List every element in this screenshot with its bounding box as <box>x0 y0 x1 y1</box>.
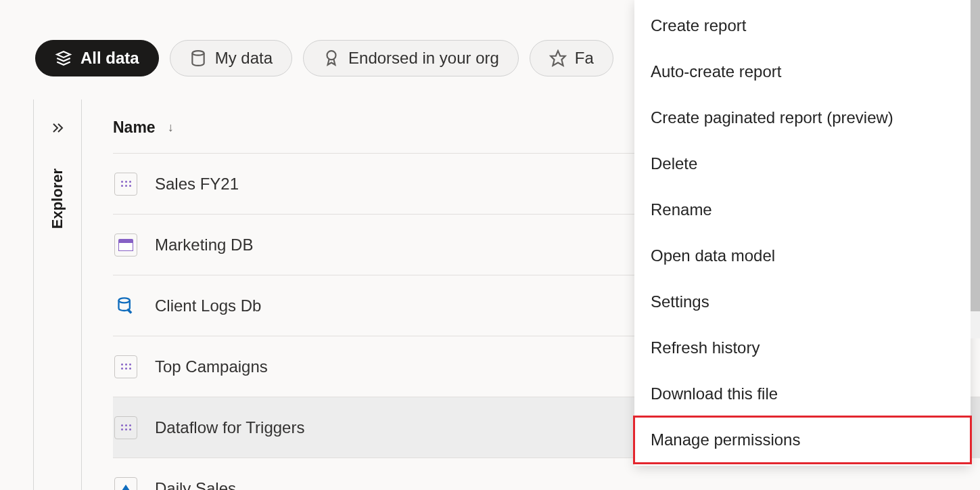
menu-create-paginated-report[interactable]: Create paginated report (preview) <box>634 95 971 141</box>
star-icon <box>549 49 567 67</box>
semantic-model-icon <box>114 416 137 439</box>
filter-endorsed[interactable]: Endorsed in your org <box>303 40 519 76</box>
menu-scrollbar-thumb[interactable] <box>971 0 980 311</box>
filter-label: My data <box>215 49 273 68</box>
menu-open-data-model[interactable]: Open data model <box>634 233 971 279</box>
context-menu: Create report Auto-create report Create … <box>634 0 971 466</box>
arrow-up-icon <box>114 477 137 491</box>
menu-download-file[interactable]: Download this file <box>634 371 971 417</box>
ribbon-icon <box>323 49 340 67</box>
database-icon <box>114 294 137 317</box>
svg-marker-2 <box>551 51 565 66</box>
menu-create-report[interactable]: Create report <box>634 3 971 49</box>
sort-down-icon: ↓ <box>168 120 174 135</box>
filter-label: All data <box>80 49 139 68</box>
menu-delete[interactable]: Delete <box>634 141 971 187</box>
filter-my-data[interactable]: My data <box>170 40 292 76</box>
explorer-label[interactable]: Explorer <box>49 169 66 229</box>
menu-rename[interactable]: Rename <box>634 187 971 233</box>
menu-auto-create-report[interactable]: Auto-create report <box>634 49 971 95</box>
svg-point-1 <box>327 51 336 60</box>
menu-scrollbar[interactable] <box>971 0 980 338</box>
filter-all-data[interactable]: All data <box>35 40 159 76</box>
menu-manage-permissions[interactable]: Manage permissions <box>634 417 971 463</box>
datamart-icon <box>114 233 137 257</box>
database-icon <box>189 49 207 67</box>
semantic-model-icon <box>114 173 137 196</box>
svg-point-3 <box>119 298 130 303</box>
svg-point-0 <box>192 51 204 55</box>
menu-refresh-history[interactable]: Refresh history <box>634 325 971 371</box>
expand-icon[interactable] <box>49 121 66 141</box>
stack-icon <box>55 49 72 67</box>
filter-label: Endorsed in your org <box>348 49 499 68</box>
filter-favorites[interactable]: Fa <box>530 40 613 76</box>
explorer-rail: Explorer <box>33 99 82 490</box>
filter-label: Fa <box>575 49 594 68</box>
name-header-text: Name <box>113 118 156 137</box>
menu-settings[interactable]: Settings <box>634 279 971 325</box>
semantic-model-icon <box>114 355 137 378</box>
row-name: Daily Sales <box>155 479 980 491</box>
